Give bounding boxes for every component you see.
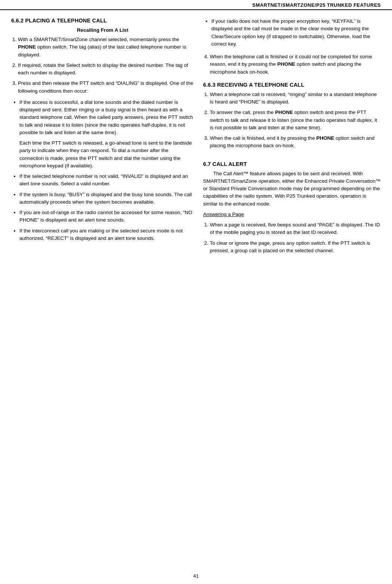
recalling-title: Recalling From A List bbox=[11, 27, 194, 33]
answering-step2-text: To clear or ignore the page, press any o… bbox=[210, 240, 370, 253]
bullet-3: If the system is busy, “BUSY” is display… bbox=[19, 191, 194, 206]
header-title: SMARTNET/SMARTZONE/P25 TRUNKED FEATURES bbox=[252, 2, 381, 8]
answering-step-1: When a page is received, five beeps soun… bbox=[210, 221, 381, 237]
main-content: 6.6.2 PLACING A TELEPHONE CALL Recalling… bbox=[0, 10, 392, 569]
section-67-container: 6.7 CALL ALERT The Call Alert™ feature a… bbox=[203, 161, 381, 255]
phone-bold-1: PHONE bbox=[18, 44, 36, 50]
phone-bold-2: PHONE bbox=[277, 61, 295, 67]
phone-bold-3: PHONE bbox=[275, 109, 293, 115]
encryption-bullet: If your radio does not have the proper e… bbox=[211, 18, 381, 48]
step663-1-text: When a telephone call is received, “ring… bbox=[210, 92, 377, 105]
page-header: SMARTNET/SMARTZONE/P25 TRUNKED FEATURES bbox=[0, 0, 392, 10]
section-662-title: 6.6.2 PLACING A TELEPHONE CALL bbox=[11, 18, 194, 24]
step2-text: If required, rotate the Select switch to… bbox=[18, 62, 188, 75]
section-67-title: 6.7 CALL ALERT bbox=[203, 161, 381, 167]
bullet1-text: If the access is successful, a dial tone… bbox=[19, 99, 193, 135]
step-663-2: To answer the call, press the PHONE opti… bbox=[210, 109, 381, 132]
step-2: If required, rotate the Select switch to… bbox=[18, 62, 194, 77]
bullet4-text: If you are out-of-range or the radio can… bbox=[19, 210, 192, 223]
right-column: If your radio does not have the proper e… bbox=[203, 18, 381, 566]
bullet2-text: If the selected telephone number is not … bbox=[19, 173, 188, 186]
phone-bold-4: PHONE bbox=[316, 135, 334, 141]
section-67-body: The Call Alert™ feature allows pages to … bbox=[203, 170, 381, 208]
section-663-title: 6.6.3 RECEIVING A TELEPHONE CALL bbox=[203, 82, 381, 88]
encryption-text: If your radio does not have the proper e… bbox=[211, 18, 370, 47]
step663-3-text: When the call is finished, end it by pre… bbox=[210, 135, 374, 148]
page-footer: 41 bbox=[0, 569, 392, 584]
step-4: When the telephone call is finished or i… bbox=[210, 53, 381, 76]
bullet3-text: If the system is busy, “BUSY” is display… bbox=[19, 192, 192, 205]
answering-page-label: Answering a Page bbox=[203, 211, 244, 217]
bullet-5: If the interconnect call you are making … bbox=[19, 227, 194, 242]
answering-page-title: Answering a Page bbox=[203, 211, 381, 218]
answering-step1-text: When a page is received, five beeps soun… bbox=[210, 222, 380, 235]
steps-663-list: When a telephone call is received, “ring… bbox=[203, 91, 381, 150]
steps-list: With a SMARTNET/SmartZone channel select… bbox=[11, 36, 194, 95]
bullet-4: If you are out-of-range or the radio can… bbox=[19, 209, 194, 224]
answering-step-2: To clear or ignore the page, press any o… bbox=[210, 240, 381, 255]
bullets-list: If the access is successful, a dial tone… bbox=[11, 99, 194, 242]
bullet5-text: If the interconnect call you are making … bbox=[19, 228, 183, 241]
bullet-2: If the selected telephone number is not … bbox=[19, 173, 194, 188]
step3-text: Press and then release the PTT switch an… bbox=[18, 80, 193, 93]
step4-text: When the telephone call is finished or i… bbox=[210, 54, 372, 75]
step-3: Press and then release the PTT switch an… bbox=[18, 80, 194, 95]
page-number: 41 bbox=[193, 573, 199, 579]
right-top-bullets: If your radio does not have the proper e… bbox=[203, 18, 381, 48]
step4-list: When the telephone call is finished or i… bbox=[203, 53, 381, 76]
answering-steps-list: When a page is received, five beeps soun… bbox=[203, 221, 381, 254]
step1-text: With a SMARTNET/SmartZone channel select… bbox=[18, 37, 186, 58]
left-column: 6.6.2 PLACING A TELEPHONE CALL Recalling… bbox=[11, 18, 194, 566]
page: SMARTNET/SMARTZONE/P25 TRUNKED FEATURES … bbox=[0, 0, 392, 584]
bullet-1: If the access is successful, a dial tone… bbox=[19, 99, 194, 170]
step-663-1: When a telephone call is received, “ring… bbox=[210, 91, 381, 106]
bullet1-subtext: Each time the PTT switch is released, a … bbox=[19, 139, 194, 170]
step-1: With a SMARTNET/SmartZone channel select… bbox=[18, 36, 194, 59]
step-663-3: When the call is finished, end it by pre… bbox=[210, 135, 381, 150]
step663-2-text: To answer the call, press the PHONE opti… bbox=[210, 109, 377, 130]
